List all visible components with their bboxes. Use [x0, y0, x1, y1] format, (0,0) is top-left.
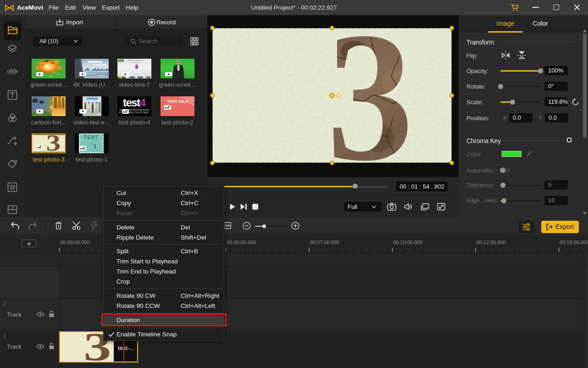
svg-text:00:10:00.000: 00:10:00.000 — [393, 240, 422, 245]
svg-text:3: 3 — [46, 135, 61, 152]
svg-text:00:05:00.000: 00:05:00.000 — [227, 240, 256, 245]
svg-text:00:00:00.000: 00:00:00.000 — [60, 240, 89, 245]
svg-text:00:15:00.000: 00:15:00.000 — [560, 240, 588, 245]
svg-text:00:07:30.000: 00:07:30.000 — [310, 240, 339, 245]
svg-text:00:12:30.000: 00:12:30.000 — [477, 240, 506, 245]
